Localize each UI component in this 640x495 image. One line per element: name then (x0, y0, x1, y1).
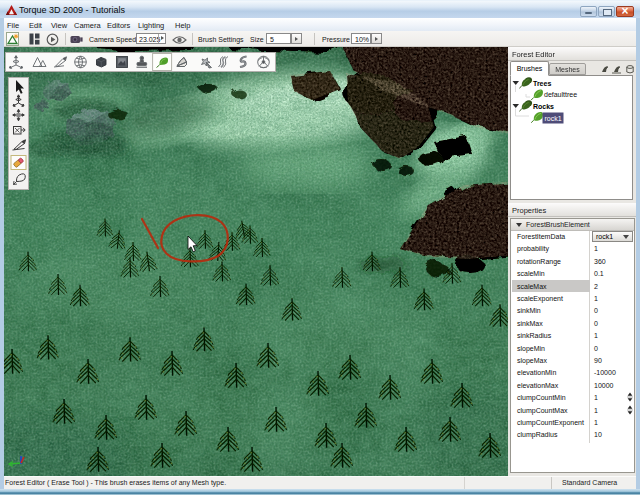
svg-text:Rocks: Rocks (533, 103, 554, 110)
svg-text:defaulttree: defaulttree (544, 91, 577, 98)
svg-text:Trees: Trees (533, 80, 551, 87)
svg-text:rock1: rock1 (545, 115, 562, 122)
